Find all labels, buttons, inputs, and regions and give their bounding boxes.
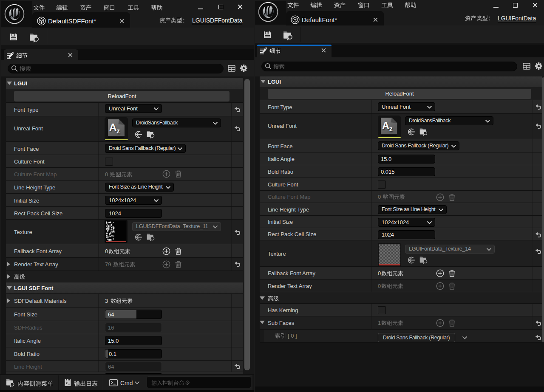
svg-text:z: z: [389, 125, 393, 133]
svg-text:A: A: [109, 121, 116, 133]
svg-text:A: A: [382, 120, 389, 131]
svg-text:z: z: [116, 127, 120, 135]
